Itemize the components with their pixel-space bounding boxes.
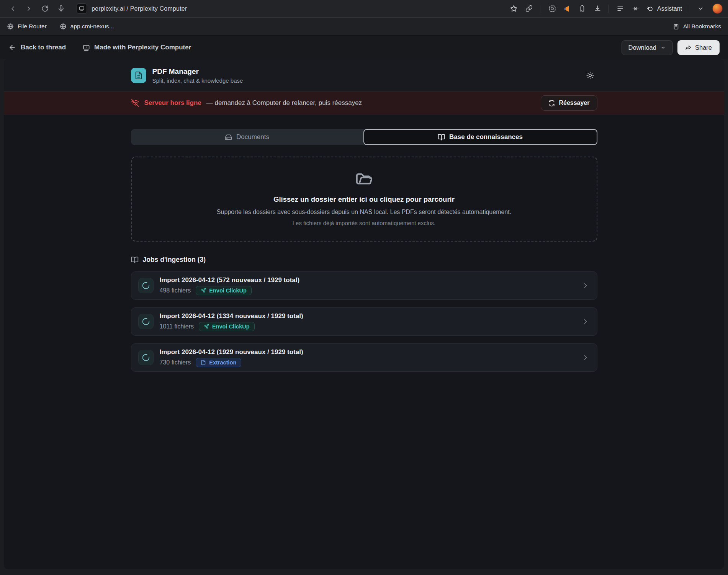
chevron-right-icon bbox=[582, 282, 589, 289]
pdf-manager-app: PDF Manager Split, index, chat & knowled… bbox=[4, 59, 724, 569]
job-status-label: Envoi ClickUp bbox=[209, 288, 247, 294]
folder-open-icon bbox=[355, 172, 373, 189]
spinner-icon bbox=[138, 278, 154, 293]
chevron-right-icon bbox=[582, 318, 589, 325]
job-title: Import 2026-04-12 (1929 nouveaux / 1929 … bbox=[160, 348, 303, 356]
ingestion-job-card[interactable]: Import 2026-04-12 (1929 nouveaux / 1929 … bbox=[131, 343, 597, 372]
globe-icon bbox=[7, 23, 14, 30]
computer-icon bbox=[83, 44, 90, 51]
bookmark-file-router[interactable]: File Router bbox=[7, 23, 47, 30]
pdf-manager-logo-icon bbox=[131, 68, 146, 83]
share-icon bbox=[685, 44, 692, 51]
download-button[interactable]: Download bbox=[622, 40, 673, 55]
arrow-left-icon bbox=[8, 44, 16, 51]
tab-knowledge-base[interactable]: Base de connaissances bbox=[363, 129, 597, 145]
bookmarks-panel-icon bbox=[673, 23, 679, 30]
bookmark-star-icon[interactable] bbox=[507, 2, 520, 15]
bookmark-app-cmi-nexus[interactable]: app.cmi-nexus... bbox=[60, 23, 114, 30]
toolbar-separator bbox=[540, 5, 540, 13]
wifi-off-icon bbox=[131, 99, 139, 107]
extension-megaphone-icon[interactable] bbox=[560, 2, 573, 15]
ingestion-job-card[interactable]: Import 2026-04-12 (572 nouveaux / 1929 t… bbox=[131, 271, 597, 300]
app-title: PDF Manager bbox=[152, 67, 243, 76]
reload-button[interactable] bbox=[38, 2, 52, 16]
file-icon bbox=[201, 360, 206, 365]
folder-dropzone[interactable]: Glissez un dossier entier ici ou cliquez… bbox=[131, 157, 597, 242]
ingestion-job-card[interactable]: Import 2026-04-12 (1334 nouveaux / 1929 … bbox=[131, 307, 597, 336]
download-label: Download bbox=[628, 44, 656, 51]
active-tab[interactable]: perplexity.ai / Perplexity Computer bbox=[77, 3, 506, 14]
app-subtitle: Split, index, chat & knowledge base bbox=[152, 77, 243, 84]
error-message-text: — demandez à Computer de relancer, puis … bbox=[206, 99, 362, 107]
retry-button[interactable]: Réessayer bbox=[541, 95, 597, 111]
job-file-count: 1011 fichiers bbox=[160, 323, 194, 330]
send-icon bbox=[204, 324, 209, 329]
dropzone-title: Glissez un dossier entier ici ou cliquez… bbox=[273, 195, 455, 204]
back-button[interactable] bbox=[5, 2, 20, 16]
microphone-icon[interactable] bbox=[54, 2, 68, 16]
globe-icon bbox=[60, 23, 67, 30]
back-to-thread-button[interactable]: Back to thread bbox=[8, 44, 66, 51]
chevron-down-icon bbox=[660, 45, 666, 51]
app-toolbar: Back to thread Made with Perplexity Comp… bbox=[0, 35, 728, 59]
forward-button[interactable] bbox=[21, 2, 36, 16]
browser-topbar: perplexity.ai / Perplexity Computer bbox=[0, 0, 728, 18]
search-page-icon[interactable] bbox=[545, 2, 558, 15]
voice-waveform-icon[interactable] bbox=[629, 2, 642, 15]
all-bookmarks-button[interactable]: All Bookmarks bbox=[673, 23, 721, 30]
comet-icon bbox=[646, 5, 654, 12]
book-open-icon bbox=[131, 256, 139, 264]
tab-documents-label: Documents bbox=[236, 133, 269, 141]
dropzone-subtitle: Supporte les dossiers avec sous-dossiers… bbox=[217, 209, 511, 216]
bookmark-label: File Router bbox=[18, 23, 47, 30]
error-status-text: Serveur hors ligne bbox=[144, 99, 201, 107]
reading-list-icon[interactable] bbox=[613, 2, 627, 15]
extension-shape-icon[interactable] bbox=[576, 2, 589, 15]
chevron-down-icon[interactable] bbox=[694, 2, 707, 15]
job-status-badge: Envoi ClickUp bbox=[199, 322, 255, 331]
tab-documents[interactable]: Documents bbox=[131, 129, 363, 145]
hard-drive-icon bbox=[225, 134, 232, 141]
job-status-label: Extraction bbox=[209, 359, 236, 366]
downloads-icon[interactable] bbox=[591, 2, 604, 15]
send-icon bbox=[201, 288, 206, 293]
tab-title: perplexity.ai / Perplexity Computer bbox=[92, 5, 187, 12]
job-title: Import 2026-04-12 (572 nouveaux / 1929 t… bbox=[160, 276, 300, 284]
back-to-thread-label: Back to thread bbox=[21, 44, 66, 51]
bookmark-label: app.cmi-nexus... bbox=[70, 23, 114, 30]
toolbar-separator bbox=[609, 5, 609, 13]
jobs-section-title: Jobs d'ingestion (3) bbox=[143, 256, 206, 264]
tab-knowledge-base-label: Base de connaissances bbox=[449, 133, 523, 141]
job-status-badge: Extraction bbox=[196, 358, 241, 367]
offline-error-banner: Serveur hors ligne — demandez à Computer… bbox=[4, 91, 724, 114]
bookmarks-bar: File Router app.cmi-nexus... All Bookmar… bbox=[0, 18, 728, 35]
retry-label: Réessayer bbox=[559, 100, 589, 106]
share-label: Share bbox=[695, 44, 712, 51]
jobs-section-header: Jobs d'ingestion (3) bbox=[131, 256, 597, 264]
copy-link-icon[interactable] bbox=[522, 2, 535, 15]
assistant-button[interactable]: Assistant bbox=[644, 5, 684, 12]
toolbar-separator bbox=[689, 5, 689, 13]
chevron-right-icon bbox=[582, 354, 589, 361]
made-with-label: Made with Perplexity Computer bbox=[94, 44, 191, 51]
job-status-badge: Envoi ClickUp bbox=[196, 286, 252, 295]
theme-toggle-sun-icon[interactable] bbox=[583, 68, 597, 83]
view-tabs: Documents Base de connaissances bbox=[131, 129, 597, 145]
book-open-icon bbox=[438, 134, 445, 141]
spinner-icon bbox=[138, 314, 154, 329]
job-file-count: 730 fichiers bbox=[160, 359, 191, 366]
profile-avatar[interactable] bbox=[712, 3, 723, 14]
job-title: Import 2026-04-12 (1334 nouveaux / 1929 … bbox=[160, 312, 303, 320]
dropzone-note: Les fichiers déjà importés sont automati… bbox=[293, 220, 436, 226]
job-status-label: Envoi ClickUp bbox=[212, 323, 250, 330]
assistant-label: Assistant bbox=[657, 5, 682, 12]
refresh-icon bbox=[548, 100, 555, 106]
spinner-icon bbox=[138, 350, 154, 365]
share-button[interactable]: Share bbox=[677, 40, 720, 55]
all-bookmarks-label: All Bookmarks bbox=[683, 23, 721, 30]
app-header: PDF Manager Split, index, chat & knowled… bbox=[4, 59, 724, 91]
made-with-link[interactable]: Made with Perplexity Computer bbox=[83, 44, 191, 51]
computer-favicon-icon bbox=[77, 3, 87, 14]
job-file-count: 498 fichiers bbox=[160, 287, 191, 294]
